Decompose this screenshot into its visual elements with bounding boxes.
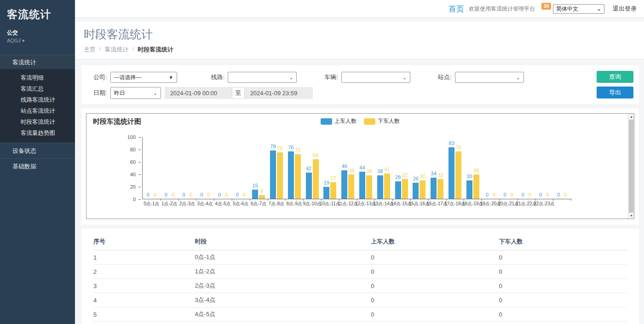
chart-scrollbar[interactable]: ▲ ▼	[628, 114, 634, 219]
bar-column: 0	[234, 137, 240, 199]
home-link[interactable]: 首页	[448, 4, 464, 14]
chevron-down-icon: ⌄	[153, 91, 157, 96]
bar-上车人数[interactable]	[395, 181, 401, 199]
bar-上车人数[interactable]	[341, 170, 347, 199]
chart-panel: 时段车流统计图 上车人数下车人数 020406080100 000点-1点001…	[86, 113, 634, 219]
bar-上车人数[interactable]	[413, 183, 419, 199]
sidebar-item-客流明细[interactable]: 客流明细	[0, 72, 75, 83]
table-cell: 1点-2点	[195, 265, 371, 279]
table-row[interactable]: 65点-6点00	[93, 322, 627, 324]
bar-下车人数[interactable]	[420, 180, 426, 199]
bar-上车人数[interactable]	[431, 178, 437, 199]
bar-group-6点-7点: 1566点-7点	[250, 137, 268, 199]
table-cell: 6	[93, 322, 195, 324]
sidebar-item-站点客流统计[interactable]: 站点客流统计	[0, 105, 75, 116]
breadcrumb: 主页/客流统计/时段客流统计	[84, 46, 644, 54]
scroll-down-icon[interactable]: ▼	[628, 213, 634, 219]
chart-legend: 上车人数下车人数	[321, 117, 400, 125]
date-start-input[interactable]: 2024-01-09 00:00	[165, 87, 232, 99]
bar-下车人数[interactable]	[366, 175, 372, 199]
bar-下车人数[interactable]	[313, 159, 319, 199]
bar-value-label: 46	[342, 164, 347, 169]
date-end-input[interactable]: 2024-01-09 23:59	[245, 87, 313, 99]
bar-下车人数[interactable]	[295, 154, 301, 199]
filter-row-2: 日期: 昨日 ⌄ 2024-01-09 00:00 至 2024-01-09 2…	[93, 87, 584, 99]
sidebar-section-basic-data[interactable]: 基础数据	[0, 158, 75, 174]
scrollbar-thumb[interactable]	[629, 120, 633, 213]
dropdown-arrow-icon: ▼	[169, 75, 173, 80]
bar-group-12点-13点: 443812点-13点	[357, 137, 375, 199]
breadcrumb-item[interactable]: 主页	[84, 46, 96, 54]
station-select[interactable]: ⌄	[455, 72, 524, 83]
date-preset-select[interactable]: 昨日 ⌄	[110, 87, 161, 99]
bar-上车人数[interactable]	[288, 151, 294, 199]
bar-上车人数[interactable]	[448, 147, 454, 199]
bar-下车人数[interactable]	[455, 151, 461, 199]
table-row[interactable]: 32点-3点00	[93, 279, 627, 293]
legend-item-下车人数[interactable]: 下车人数	[364, 117, 400, 125]
table-card: 序号时段上车人数下车人数 10点-1点0021点-2点0032点-3点0043点…	[81, 229, 639, 324]
bar-上车人数[interactable]	[377, 175, 383, 199]
bar-column: 0	[491, 137, 497, 199]
bar-value-label: 32	[402, 173, 408, 178]
bar-下车人数[interactable]	[330, 182, 336, 199]
sidebar-section-passenger-stats[interactable]: 客流统计	[0, 55, 75, 69]
bar-下车人数[interactable]	[277, 152, 283, 199]
scroll-up-icon[interactable]: ▲	[628, 114, 634, 120]
bar-column: 44	[359, 137, 365, 199]
x-axis-label: 9点-10点	[303, 201, 322, 207]
query-button[interactable]: 查询	[597, 71, 633, 83]
line-select[interactable]: ⌄	[228, 72, 297, 83]
y-axis-tick-label: 20	[130, 184, 136, 190]
bar-上车人数[interactable]	[323, 187, 329, 199]
bar-下车人数[interactable]	[473, 174, 479, 199]
bar-column: 0	[163, 137, 169, 199]
breadcrumb-item[interactable]: 客流统计	[105, 46, 129, 54]
bar-上车人数[interactable]	[270, 150, 276, 199]
notification-badge[interactable]: 34	[541, 3, 551, 10]
bar-group-7点-8点: 78757点-8点	[268, 137, 286, 199]
bar-下车人数[interactable]	[437, 179, 443, 199]
bar-column: 0	[199, 137, 205, 199]
bar-value-label: 0	[504, 192, 506, 197]
bar-上车人数[interactable]	[359, 172, 365, 199]
sidebar-section-device-status[interactable]: 设备状态	[0, 143, 75, 158]
bar-column: 0	[556, 137, 562, 199]
table-row[interactable]: 43点-4点00	[93, 293, 627, 307]
bar-group-18点-19点: 303918点-19点	[464, 137, 482, 199]
bar-上车人数[interactable]	[466, 180, 472, 199]
sidebar-item-客流汇总[interactable]: 客流汇总	[0, 83, 75, 94]
table-row[interactable]: 10点-1点00	[93, 250, 627, 265]
date-separator: 至	[232, 87, 245, 99]
org-code-label: AQGJ	[7, 38, 21, 43]
org-selector[interactable]: AQGJ ▾	[0, 37, 75, 44]
company-select[interactable]: ---请选择--- ▼	[110, 72, 177, 83]
table-row[interactable]: 21点-2点00	[93, 265, 627, 279]
vehicle-label: 车辆:	[324, 73, 338, 81]
bar-下车人数[interactable]	[259, 195, 265, 199]
sidebar-item-客流量趋势图[interactable]: 客流量趋势图	[0, 127, 75, 139]
bar-上车人数[interactable]	[306, 173, 312, 199]
main-area: 首页 欢迎使用客流统计管理平台 34 简体中文 ⌄ 退出登录 时段客流统计 主页…	[75, 0, 644, 324]
vehicle-select[interactable]: ⌄	[341, 72, 410, 83]
bar-group-5点-6点: 005点-6点	[232, 137, 250, 199]
sidebar-item-时段客流统计[interactable]: 时段客流统计	[0, 116, 75, 127]
table-cell: 0点-1点	[195, 250, 371, 265]
bar-column: 0	[217, 137, 223, 199]
legend-item-上车人数[interactable]: 上车人数	[321, 117, 356, 125]
export-button[interactable]: 导出	[597, 87, 633, 98]
language-select[interactable]: 简体中文 ⌄	[553, 4, 604, 14]
bar-column: 0	[563, 137, 569, 199]
bar-group-20点-21点: 0020点-21点	[500, 137, 518, 199]
table-row[interactable]: 54点-5点00	[93, 307, 627, 322]
bar-group-15点-16点: 263015点-16点	[410, 137, 428, 199]
sidebar-item-线路客流统计[interactable]: 线路客流统计	[0, 94, 75, 105]
bar-下车人数[interactable]	[348, 174, 354, 199]
bar-下车人数[interactable]	[402, 179, 408, 199]
bar-上车人数[interactable]	[252, 190, 258, 199]
logout-link[interactable]: 退出登录	[613, 5, 637, 13]
bar-group-10点-11点: 192710点-11点	[321, 137, 339, 199]
bar-下车人数[interactable]	[384, 174, 390, 199]
company-select-value: ---请选择---	[114, 74, 142, 81]
bar-column: 19	[323, 137, 329, 199]
